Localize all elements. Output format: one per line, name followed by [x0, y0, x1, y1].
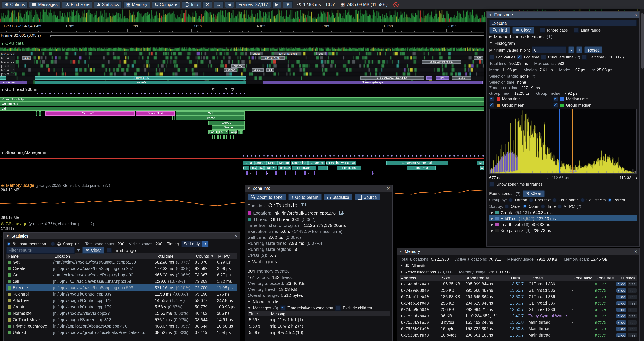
- collapse-arrow[interactable]: ▼: [1, 88, 4, 92]
- zone-bar[interactable]: Queue: [212, 125, 245, 130]
- message-dot[interactable]: [70, 93, 72, 94]
- cpu-thread-zone[interactable]: StreamingManager: [263, 80, 483, 84]
- message-dot[interactable]: [95, 93, 96, 94]
- table-row[interactable]: Get/mnt/e/claw/src/claw/base/Registry.hp…: [6, 272, 238, 278]
- memory-button[interactable]: ▦Memory: [123, 1, 150, 8]
- zone-bar[interactable]: Streaming worker task: [386, 161, 448, 165]
- help-icon[interactable]: (?): [576, 204, 581, 209]
- find-button[interactable]: Find: [489, 27, 510, 34]
- zone-search-input[interactable]: [489, 20, 637, 27]
- message-dot[interactable]: [334, 155, 335, 157]
- message-dot[interactable]: [263, 155, 264, 157]
- message-dot[interactable]: [132, 93, 134, 94]
- allocation-row[interactable]: 0x74a9d37040186.35 KB295,999,844ns13:50.…: [400, 281, 637, 287]
- message-dot[interactable]: [87, 93, 88, 94]
- find-zone-titlebar[interactable]: ▼ Find zone ✕: [487, 12, 639, 18]
- order-radio[interactable]: [505, 204, 509, 208]
- column-header[interactable]: Call stack: [616, 275, 639, 280]
- close-icon[interactable]: ✕: [634, 13, 637, 17]
- zone-bar[interactable]: LoadData: [292, 166, 316, 170]
- allocations-header-row[interactable]: ▼ @ Allocations: [400, 262, 637, 269]
- expand-arrow[interactable]: ▶: [491, 210, 494, 214]
- help-icon[interactable]: (?): [516, 191, 520, 196]
- zone-bar[interactable]: PrivateTouchUp: [0, 97, 484, 102]
- allocation-row[interactable]: 0x74ab1ef040256 KB294,629,948ns13:50.7GL…: [400, 300, 637, 306]
- help-icon[interactable]: (?): [576, 55, 580, 59]
- collapse-arrow[interactable]: ▼: [489, 41, 492, 45]
- found-zone-group[interactable]: ▶<no parent>(9)225.73 µs: [489, 227, 637, 233]
- table-row[interactable]: AddTreejni/../jni/src/guif/Control.cpp:6…: [6, 297, 238, 304]
- free-callstack-button[interactable]: free: [628, 326, 637, 331]
- message-dot[interactable]: [412, 155, 413, 157]
- messages-button[interactable]: Messages: [29, 1, 60, 8]
- lock-marker[interactable]: [372, 171, 373, 175]
- zone-bar[interactable]: LoUp: [229, 130, 238, 134]
- instrumentation-radio[interactable]: [6, 242, 11, 246]
- close-icon[interactable]: ✕: [235, 234, 238, 238]
- table-row[interactable]: ~Controljni/../jni/src/guif/Control.cpp:…: [6, 291, 238, 297]
- zone-bar[interactable]: LoU: [257, 166, 264, 170]
- allocation-row[interactable]: 0x7553b9fa508 bytes153,492,240ns13:50.8M…: [400, 319, 637, 325]
- median-time-checkbox[interactable]: [553, 96, 558, 101]
- goto-frame-button[interactable]: [213, 1, 224, 8]
- cpu-thread-zone[interactable]: audio: [452, 76, 472, 80]
- allocations-list-row[interactable]: ▶ Allocations list: [248, 298, 390, 304]
- filter-input[interactable]: [6, 247, 74, 254]
- cpu-thread-zone[interactable]: audioserver (AudioOut_D): [360, 76, 424, 80]
- vertical-scrollbar[interactable]: [640, 9, 644, 341]
- zone-bar[interactable]: Stream: [278, 161, 290, 165]
- zone-bar[interactable]: Streaming: [308, 161, 325, 165]
- message-row[interactable]: 5.59 smip 11 w 1 h 1 (1): [248, 316, 390, 323]
- exclude-children-checkbox[interactable]: [336, 305, 340, 310]
- table-row[interactable]: Createjni/../jni/src/guif/Control.cpp:17…: [6, 304, 238, 310]
- allocation-row[interactable]: 0x74a9d68040256 KB295,668,489ns13:50.7GL…: [400, 287, 637, 293]
- user-text-radio[interactable]: [529, 198, 533, 202]
- message-dot[interactable]: [244, 93, 245, 94]
- column-header[interactable]: Counts▼: [195, 254, 217, 258]
- message-dot[interactable]: [321, 155, 322, 157]
- go-to-parent-button[interactable]: ↑Go to parent: [288, 194, 322, 200]
- message-dot[interactable]: [370, 155, 372, 157]
- group-mean-checkbox[interactable]: [489, 103, 494, 108]
- cpu-thread-zone[interactable]: TraC: [436, 76, 449, 80]
- close-icon[interactable]: ✕: [387, 186, 390, 190]
- log-time-checkbox[interactable]: [517, 54, 522, 60]
- cpu-zone[interactable]: audio.: [252, 68, 264, 72]
- message-dot[interactable]: [37, 93, 38, 94]
- message-dot[interactable]: [178, 93, 179, 94]
- message-dot[interactable]: [182, 93, 183, 94]
- alloc-callstack-button[interactable]: alloc: [616, 294, 626, 299]
- cpu-zone[interactable]: cds: [316, 52, 326, 56]
- lock-marker[interactable]: [256, 171, 257, 175]
- clear-button[interactable]: ✖Clear: [512, 27, 534, 34]
- message-dot[interactable]: [198, 93, 200, 94]
- message-dot[interactable]: [408, 155, 409, 157]
- message-dot[interactable]: [428, 155, 430, 157]
- table-row[interactable]: Createjni/../jni/src/claw/base/LuaScript…: [6, 265, 238, 272]
- message-dot[interactable]: [462, 155, 463, 157]
- message-dot[interactable]: [149, 93, 150, 94]
- log-values-checkbox[interactable]: [489, 54, 494, 60]
- cpu-zone[interactable]: audiose: [232, 64, 245, 68]
- zone-bar[interactable]: OnTouchUp: [0, 102, 484, 106]
- memory-table-header[interactable]: AddressSizeAppeared atDura…ThreadZone al…: [400, 275, 637, 281]
- message-dot[interactable]: [194, 93, 196, 94]
- table-row[interactable]: PrivateTouchMovejni/../jni/application/A…: [6, 323, 238, 329]
- zone-bar[interactable]: St: [477, 161, 484, 165]
- zone-bar[interactable]: Streaming: [291, 161, 308, 165]
- message-dot[interactable]: [236, 93, 237, 94]
- allocation-row[interactable]: 0x74ab9e5040256 KB293,994,219ns13:50.7GL…: [400, 306, 637, 313]
- message-dot[interactable]: [120, 93, 121, 94]
- zone-bar[interactable]: LoU: [250, 166, 256, 170]
- free-callstack-button[interactable]: free: [628, 314, 637, 318]
- cpu-zone[interactable]: audio.service (effect): [422, 60, 461, 64]
- tools-button[interactable]: ⚒: [202, 1, 212, 8]
- message-row[interactable]: 5.59 smip 9 w 4 h 4 (16): [248, 329, 390, 336]
- zone-bar[interactable]: [241, 130, 243, 134]
- cpu-zone[interactable]: cds_ol_rx_thr: [261, 56, 285, 60]
- allocation-row[interactable]: 0x7553b9fbf016 bytes296,661,186ns13:50.7…: [400, 332, 637, 338]
- collapse-arrow[interactable]: ▼: [247, 186, 250, 190]
- group-median-checkbox[interactable]: [553, 103, 558, 108]
- message-dot[interactable]: [267, 155, 268, 157]
- zone-bar[interactable]: [223, 135, 224, 139]
